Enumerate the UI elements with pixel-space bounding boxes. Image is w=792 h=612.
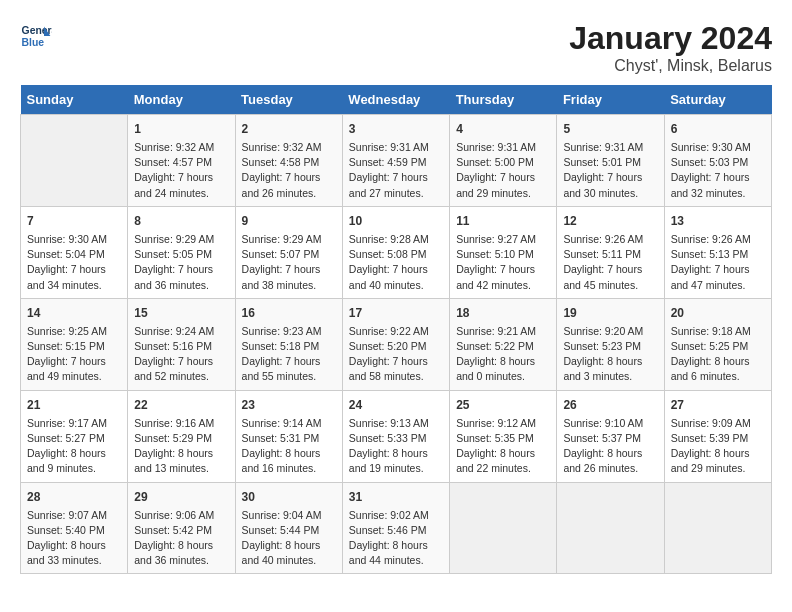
calendar-cell: 27Sunrise: 9:09 AMSunset: 5:39 PMDayligh…	[664, 390, 771, 482]
calendar-cell: 31Sunrise: 9:02 AMSunset: 5:46 PMDayligh…	[342, 482, 449, 574]
day-info: Sunrise: 9:29 AMSunset: 5:07 PMDaylight:…	[242, 232, 336, 293]
calendar-cell: 25Sunrise: 9:12 AMSunset: 5:35 PMDayligh…	[450, 390, 557, 482]
weekday-header-monday: Monday	[128, 85, 235, 115]
calendar-cell: 8Sunrise: 9:29 AMSunset: 5:05 PMDaylight…	[128, 206, 235, 298]
calendar-table: SundayMondayTuesdayWednesdayThursdayFrid…	[20, 85, 772, 574]
calendar-cell: 4Sunrise: 9:31 AMSunset: 5:00 PMDaylight…	[450, 115, 557, 207]
day-info: Sunrise: 9:32 AMSunset: 4:57 PMDaylight:…	[134, 140, 228, 201]
calendar-cell: 13Sunrise: 9:26 AMSunset: 5:13 PMDayligh…	[664, 206, 771, 298]
calendar-cell	[557, 482, 664, 574]
weekday-header-saturday: Saturday	[664, 85, 771, 115]
day-info: Sunrise: 9:12 AMSunset: 5:35 PMDaylight:…	[456, 416, 550, 477]
day-info: Sunrise: 9:31 AMSunset: 5:01 PMDaylight:…	[563, 140, 657, 201]
calendar-cell: 29Sunrise: 9:06 AMSunset: 5:42 PMDayligh…	[128, 482, 235, 574]
calendar-cell: 16Sunrise: 9:23 AMSunset: 5:18 PMDayligh…	[235, 298, 342, 390]
day-info: Sunrise: 9:21 AMSunset: 5:22 PMDaylight:…	[456, 324, 550, 385]
calendar-week-row: 21Sunrise: 9:17 AMSunset: 5:27 PMDayligh…	[21, 390, 772, 482]
day-number: 14	[27, 304, 121, 322]
calendar-cell: 23Sunrise: 9:14 AMSunset: 5:31 PMDayligh…	[235, 390, 342, 482]
day-number: 18	[456, 304, 550, 322]
day-number: 29	[134, 488, 228, 506]
day-number: 15	[134, 304, 228, 322]
calendar-cell: 7Sunrise: 9:30 AMSunset: 5:04 PMDaylight…	[21, 206, 128, 298]
day-number: 17	[349, 304, 443, 322]
day-info: Sunrise: 9:31 AMSunset: 4:59 PMDaylight:…	[349, 140, 443, 201]
calendar-cell: 1Sunrise: 9:32 AMSunset: 4:57 PMDaylight…	[128, 115, 235, 207]
calendar-cell: 2Sunrise: 9:32 AMSunset: 4:58 PMDaylight…	[235, 115, 342, 207]
day-number: 27	[671, 396, 765, 414]
calendar-week-row: 1Sunrise: 9:32 AMSunset: 4:57 PMDaylight…	[21, 115, 772, 207]
day-number: 22	[134, 396, 228, 414]
calendar-cell: 5Sunrise: 9:31 AMSunset: 5:01 PMDaylight…	[557, 115, 664, 207]
weekday-header-thursday: Thursday	[450, 85, 557, 115]
day-info: Sunrise: 9:30 AMSunset: 5:04 PMDaylight:…	[27, 232, 121, 293]
day-number: 9	[242, 212, 336, 230]
calendar-cell: 28Sunrise: 9:07 AMSunset: 5:40 PMDayligh…	[21, 482, 128, 574]
weekday-header-wednesday: Wednesday	[342, 85, 449, 115]
day-info: Sunrise: 9:29 AMSunset: 5:05 PMDaylight:…	[134, 232, 228, 293]
day-number: 10	[349, 212, 443, 230]
day-number: 12	[563, 212, 657, 230]
day-info: Sunrise: 9:06 AMSunset: 5:42 PMDaylight:…	[134, 508, 228, 569]
weekday-header-sunday: Sunday	[21, 85, 128, 115]
day-number: 25	[456, 396, 550, 414]
day-number: 23	[242, 396, 336, 414]
svg-text:Blue: Blue	[22, 37, 45, 48]
day-number: 3	[349, 120, 443, 138]
day-number: 13	[671, 212, 765, 230]
day-number: 5	[563, 120, 657, 138]
calendar-cell: 12Sunrise: 9:26 AMSunset: 5:11 PMDayligh…	[557, 206, 664, 298]
calendar-cell: 14Sunrise: 9:25 AMSunset: 5:15 PMDayligh…	[21, 298, 128, 390]
day-info: Sunrise: 9:30 AMSunset: 5:03 PMDaylight:…	[671, 140, 765, 201]
logo: General Blue	[20, 20, 52, 52]
calendar-cell	[664, 482, 771, 574]
day-number: 2	[242, 120, 336, 138]
title-block: January 2024 Chyst', Minsk, Belarus	[569, 20, 772, 75]
day-info: Sunrise: 9:10 AMSunset: 5:37 PMDaylight:…	[563, 416, 657, 477]
calendar-week-row: 14Sunrise: 9:25 AMSunset: 5:15 PMDayligh…	[21, 298, 772, 390]
day-number: 1	[134, 120, 228, 138]
day-number: 30	[242, 488, 336, 506]
calendar-cell: 19Sunrise: 9:20 AMSunset: 5:23 PMDayligh…	[557, 298, 664, 390]
calendar-cell: 6Sunrise: 9:30 AMSunset: 5:03 PMDaylight…	[664, 115, 771, 207]
day-info: Sunrise: 9:25 AMSunset: 5:15 PMDaylight:…	[27, 324, 121, 385]
day-number: 19	[563, 304, 657, 322]
calendar-cell: 30Sunrise: 9:04 AMSunset: 5:44 PMDayligh…	[235, 482, 342, 574]
calendar-cell: 20Sunrise: 9:18 AMSunset: 5:25 PMDayligh…	[664, 298, 771, 390]
day-number: 11	[456, 212, 550, 230]
calendar-cell: 10Sunrise: 9:28 AMSunset: 5:08 PMDayligh…	[342, 206, 449, 298]
weekday-header-friday: Friday	[557, 85, 664, 115]
day-info: Sunrise: 9:07 AMSunset: 5:40 PMDaylight:…	[27, 508, 121, 569]
day-info: Sunrise: 9:17 AMSunset: 5:27 PMDaylight:…	[27, 416, 121, 477]
day-info: Sunrise: 9:31 AMSunset: 5:00 PMDaylight:…	[456, 140, 550, 201]
day-number: 6	[671, 120, 765, 138]
calendar-cell: 26Sunrise: 9:10 AMSunset: 5:37 PMDayligh…	[557, 390, 664, 482]
day-number: 26	[563, 396, 657, 414]
day-info: Sunrise: 9:16 AMSunset: 5:29 PMDaylight:…	[134, 416, 228, 477]
day-number: 28	[27, 488, 121, 506]
day-number: 7	[27, 212, 121, 230]
calendar-cell: 11Sunrise: 9:27 AMSunset: 5:10 PMDayligh…	[450, 206, 557, 298]
calendar-cell	[450, 482, 557, 574]
weekday-header-tuesday: Tuesday	[235, 85, 342, 115]
day-info: Sunrise: 9:18 AMSunset: 5:25 PMDaylight:…	[671, 324, 765, 385]
calendar-week-row: 7Sunrise: 9:30 AMSunset: 5:04 PMDaylight…	[21, 206, 772, 298]
day-info: Sunrise: 9:02 AMSunset: 5:46 PMDaylight:…	[349, 508, 443, 569]
day-number: 8	[134, 212, 228, 230]
day-info: Sunrise: 9:26 AMSunset: 5:11 PMDaylight:…	[563, 232, 657, 293]
calendar-cell: 24Sunrise: 9:13 AMSunset: 5:33 PMDayligh…	[342, 390, 449, 482]
calendar-cell	[21, 115, 128, 207]
day-info: Sunrise: 9:23 AMSunset: 5:18 PMDaylight:…	[242, 324, 336, 385]
day-info: Sunrise: 9:04 AMSunset: 5:44 PMDaylight:…	[242, 508, 336, 569]
calendar-cell: 3Sunrise: 9:31 AMSunset: 4:59 PMDaylight…	[342, 115, 449, 207]
day-info: Sunrise: 9:13 AMSunset: 5:33 PMDaylight:…	[349, 416, 443, 477]
day-info: Sunrise: 9:22 AMSunset: 5:20 PMDaylight:…	[349, 324, 443, 385]
day-number: 31	[349, 488, 443, 506]
day-info: Sunrise: 9:14 AMSunset: 5:31 PMDaylight:…	[242, 416, 336, 477]
day-number: 21	[27, 396, 121, 414]
calendar-cell: 22Sunrise: 9:16 AMSunset: 5:29 PMDayligh…	[128, 390, 235, 482]
page-title: January 2024	[569, 20, 772, 57]
page-header: General Blue January 2024 Chyst', Minsk,…	[20, 20, 772, 75]
calendar-body: 1Sunrise: 9:32 AMSunset: 4:57 PMDaylight…	[21, 115, 772, 574]
calendar-cell: 15Sunrise: 9:24 AMSunset: 5:16 PMDayligh…	[128, 298, 235, 390]
